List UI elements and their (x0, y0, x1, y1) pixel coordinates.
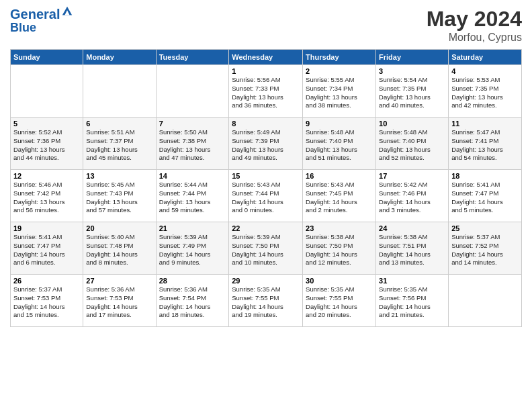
table-row: 7Sunrise: 5:50 AMSunset: 7:38 PMDaylight… (156, 118, 229, 170)
table-row: 14Sunrise: 5:44 AMSunset: 7:44 PMDayligh… (156, 170, 229, 222)
day-number: 10 (379, 120, 445, 128)
table-row: 20Sunrise: 5:40 AMSunset: 7:48 PMDayligh… (83, 222, 156, 275)
day-number: 8 (232, 120, 300, 128)
table-row (156, 65, 229, 118)
table-row: 30Sunrise: 5:35 AMSunset: 7:55 PMDayligh… (303, 275, 376, 327)
calendar-week-row: 19Sunrise: 5:41 AMSunset: 7:47 PMDayligh… (11, 222, 522, 275)
logo-text2: Blue (10, 21, 73, 35)
page-header: General Blue May 2024 Morfou, Cyprus (10, 7, 522, 44)
table-row: 26Sunrise: 5:37 AMSunset: 7:53 PMDayligh… (11, 275, 83, 327)
table-row: 15Sunrise: 5:43 AMSunset: 7:44 PMDayligh… (229, 170, 303, 222)
table-row: 18Sunrise: 5:41 AMSunset: 7:47 PMDayligh… (449, 170, 522, 222)
day-info: Sunrise: 5:43 AMSunset: 7:45 PMDaylight:… (306, 181, 373, 215)
day-info: Sunrise: 5:35 AMSunset: 7:55 PMDaylight:… (232, 285, 300, 320)
logo-icon (61, 5, 73, 17)
table-row: 1Sunrise: 5:56 AMSunset: 7:33 PMDaylight… (229, 65, 303, 118)
day-number: 23 (306, 224, 373, 232)
table-row: 2Sunrise: 5:55 AMSunset: 7:34 PMDaylight… (303, 65, 376, 118)
day-number: 29 (232, 277, 300, 285)
day-info: Sunrise: 5:48 AMSunset: 7:40 PMDaylight:… (306, 128, 373, 163)
day-number: 18 (451, 172, 519, 180)
day-number: 28 (159, 277, 226, 285)
table-row: 16Sunrise: 5:43 AMSunset: 7:45 PMDayligh… (303, 170, 376, 222)
day-number: 15 (232, 172, 300, 180)
day-info: Sunrise: 5:40 AMSunset: 7:48 PMDaylight:… (86, 233, 152, 267)
table-row: 17Sunrise: 5:42 AMSunset: 7:46 PMDayligh… (376, 170, 449, 222)
day-number: 6 (86, 120, 152, 128)
calendar-week-row: 12Sunrise: 5:46 AMSunset: 7:42 PMDayligh… (11, 170, 522, 222)
day-info: Sunrise: 5:37 AMSunset: 7:53 PMDaylight:… (13, 285, 80, 320)
day-info: Sunrise: 5:41 AMSunset: 7:47 PMDaylight:… (451, 181, 519, 215)
table-row: 9Sunrise: 5:48 AMSunset: 7:40 PMDaylight… (303, 118, 376, 170)
col-thursday: Thursday (303, 50, 376, 65)
col-monday: Monday (83, 50, 156, 65)
table-row: 21Sunrise: 5:39 AMSunset: 7:49 PMDayligh… (156, 222, 229, 275)
table-row: 25Sunrise: 5:37 AMSunset: 7:52 PMDayligh… (449, 222, 522, 275)
day-info: Sunrise: 5:37 AMSunset: 7:52 PMDaylight:… (451, 233, 519, 267)
calendar-table: Sunday Monday Tuesday Wednesday Thursday… (10, 49, 522, 327)
day-number: 1 (232, 67, 300, 75)
day-number: 22 (232, 224, 300, 232)
day-number: 13 (86, 172, 152, 180)
day-number: 20 (86, 224, 152, 232)
day-info: Sunrise: 5:43 AMSunset: 7:44 PMDaylight:… (232, 181, 300, 215)
calendar-week-row: 26Sunrise: 5:37 AMSunset: 7:53 PMDayligh… (11, 275, 522, 327)
day-info: Sunrise: 5:52 AMSunset: 7:36 PMDaylight:… (13, 128, 80, 163)
day-number: 5 (13, 120, 80, 128)
day-info: Sunrise: 5:54 AMSunset: 7:35 PMDaylight:… (379, 76, 445, 110)
month-year: May 2024 (427, 7, 522, 32)
day-number: 21 (159, 224, 226, 232)
table-row: 11Sunrise: 5:47 AMSunset: 7:41 PMDayligh… (449, 118, 522, 170)
title-block: May 2024 Morfou, Cyprus (427, 7, 522, 44)
day-info: Sunrise: 5:48 AMSunset: 7:40 PMDaylight:… (379, 128, 445, 163)
table-row (11, 65, 83, 118)
day-info: Sunrise: 5:35 AMSunset: 7:55 PMDaylight:… (306, 285, 373, 320)
day-info: Sunrise: 5:36 AMSunset: 7:54 PMDaylight:… (159, 285, 226, 320)
table-row: 12Sunrise: 5:46 AMSunset: 7:42 PMDayligh… (11, 170, 83, 222)
day-number: 11 (451, 120, 519, 128)
table-row: 29Sunrise: 5:35 AMSunset: 7:55 PMDayligh… (229, 275, 303, 327)
day-number: 7 (159, 120, 226, 128)
day-number: 25 (451, 224, 519, 232)
day-number: 17 (379, 172, 445, 180)
table-row (83, 65, 156, 118)
page-container: General Blue May 2024 Morfou, Cyprus Sun… (0, 0, 532, 334)
day-info: Sunrise: 5:49 AMSunset: 7:39 PMDaylight:… (232, 128, 300, 163)
table-row: 3Sunrise: 5:54 AMSunset: 7:35 PMDaylight… (376, 65, 449, 118)
day-info: Sunrise: 5:39 AMSunset: 7:49 PMDaylight:… (159, 233, 226, 267)
calendar-week-row: 1Sunrise: 5:56 AMSunset: 7:33 PMDaylight… (11, 65, 522, 118)
table-row: 31Sunrise: 5:35 AMSunset: 7:56 PMDayligh… (376, 275, 449, 327)
day-number: 12 (13, 172, 80, 180)
day-info: Sunrise: 5:44 AMSunset: 7:44 PMDaylight:… (159, 181, 226, 215)
day-number: 24 (379, 224, 445, 232)
logo: General Blue (10, 7, 73, 35)
table-row: 4Sunrise: 5:53 AMSunset: 7:35 PMDaylight… (449, 65, 522, 118)
day-info: Sunrise: 5:36 AMSunset: 7:53 PMDaylight:… (86, 285, 152, 320)
day-number: 27 (86, 277, 152, 285)
day-number: 14 (159, 172, 226, 180)
day-number: 9 (306, 120, 373, 128)
day-info: Sunrise: 5:51 AMSunset: 7:37 PMDaylight:… (86, 128, 152, 163)
day-info: Sunrise: 5:55 AMSunset: 7:34 PMDaylight:… (306, 76, 373, 110)
day-number: 26 (13, 277, 80, 285)
table-row: 24Sunrise: 5:38 AMSunset: 7:51 PMDayligh… (376, 222, 449, 275)
day-info: Sunrise: 5:50 AMSunset: 7:38 PMDaylight:… (159, 128, 226, 163)
col-friday: Friday (376, 50, 449, 65)
day-info: Sunrise: 5:38 AMSunset: 7:51 PMDaylight:… (379, 233, 445, 267)
table-row: 13Sunrise: 5:45 AMSunset: 7:43 PMDayligh… (83, 170, 156, 222)
day-info: Sunrise: 5:41 AMSunset: 7:47 PMDaylight:… (13, 233, 80, 267)
day-number: 19 (13, 224, 80, 232)
day-number: 2 (306, 67, 373, 75)
table-row: 23Sunrise: 5:38 AMSunset: 7:50 PMDayligh… (303, 222, 376, 275)
day-info: Sunrise: 5:53 AMSunset: 7:35 PMDaylight:… (451, 76, 519, 110)
table-row: 28Sunrise: 5:36 AMSunset: 7:54 PMDayligh… (156, 275, 229, 327)
table-row: 19Sunrise: 5:41 AMSunset: 7:47 PMDayligh… (11, 222, 83, 275)
day-number: 30 (306, 277, 373, 285)
col-wednesday: Wednesday (229, 50, 303, 65)
day-info: Sunrise: 5:46 AMSunset: 7:42 PMDaylight:… (13, 181, 80, 215)
day-info: Sunrise: 5:42 AMSunset: 7:46 PMDaylight:… (379, 181, 445, 215)
day-info: Sunrise: 5:56 AMSunset: 7:33 PMDaylight:… (232, 76, 300, 110)
table-row: 8Sunrise: 5:49 AMSunset: 7:39 PMDaylight… (229, 118, 303, 170)
table-row: 5Sunrise: 5:52 AMSunset: 7:36 PMDaylight… (11, 118, 83, 170)
table-row: 10Sunrise: 5:48 AMSunset: 7:40 PMDayligh… (376, 118, 449, 170)
